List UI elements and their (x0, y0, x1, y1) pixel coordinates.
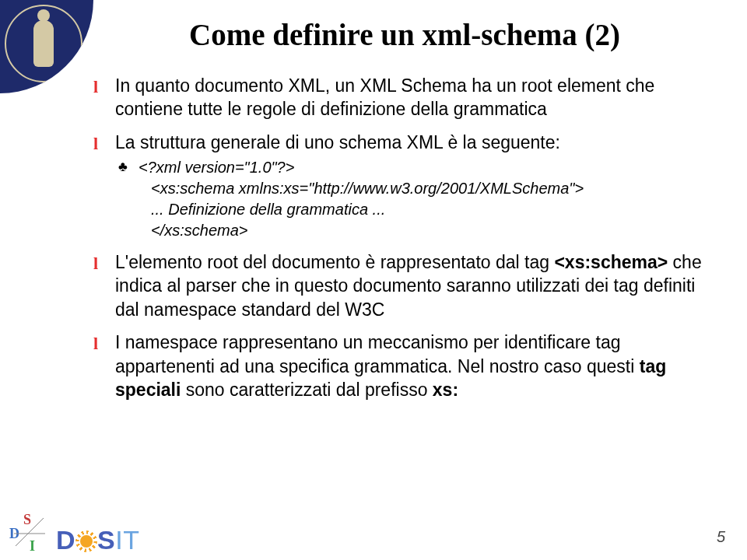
disit-logo: DSIT (56, 525, 139, 555)
sdi-lines-icon (9, 512, 50, 552)
sub-marker: ♣ (118, 157, 128, 176)
svg-line-0 (16, 518, 44, 546)
bullet-item: l In quanto documento XML, un XML Schema… (93, 74, 716, 121)
bullet-text: La struttura generale di uno schema XML … (115, 132, 560, 152)
bullet-text: L'elemento root del documento è rapprese… (115, 252, 702, 320)
slide-content: Come definire un xml-schema (2) l In qua… (93, 17, 716, 411)
bullet-marker: l (93, 332, 98, 355)
bullet-text: I namespace rappresentano un meccanismo … (115, 332, 666, 400)
code-line: ♣ <?xml version="1.0"?> (115, 157, 716, 178)
bullet-marker: l (93, 75, 98, 98)
bullet-item: l L'elemento root del documento è rappre… (93, 250, 716, 321)
sun-icon (75, 530, 97, 552)
bullet-item: l I namespace rappresentano un meccanism… (93, 331, 716, 401)
bullet-item: l La struttura generale di uno schema XM… (93, 131, 716, 241)
slide-title: Come definire un xml-schema (2) (93, 17, 716, 52)
page-number: 5 (717, 528, 725, 546)
code-line: </xs:schema> (115, 220, 716, 241)
university-seal-logo (0, 0, 93, 93)
code-line: ... Definizione della grammatica ... (115, 199, 716, 220)
bullet-marker: l (93, 132, 98, 155)
bullet-list: l In quanto documento XML, un XML Schema… (93, 74, 716, 401)
bullet-text: In quanto documento XML, un XML Schema h… (115, 75, 654, 119)
footer-logos: S D I DSIT (9, 512, 139, 552)
code-block: ♣ <?xml version="1.0"?> <xs:schema xmlns… (115, 157, 716, 241)
sdi-logo: S D I (9, 512, 50, 552)
code-line: <xs:schema xmlns:xs="http://www.w3.org/2… (115, 178, 716, 199)
bullet-marker: l (93, 252, 98, 275)
